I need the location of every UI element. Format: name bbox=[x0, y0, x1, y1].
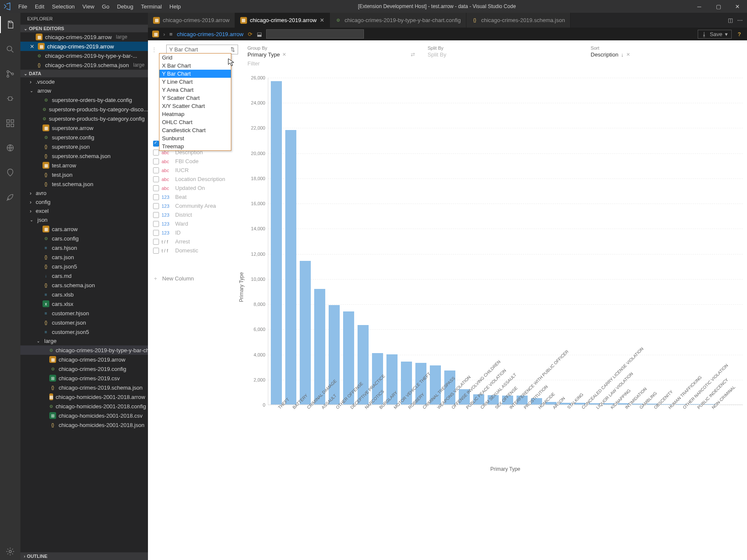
refresh-icon[interactable]: ⟳ bbox=[248, 31, 253, 37]
chart-type-option[interactable]: Y Line Chart bbox=[159, 78, 231, 86]
help-icon[interactable]: ? bbox=[736, 31, 743, 37]
editor-tab[interactable]: ▦chicago-crimes-2019.arrow✕ bbox=[235, 13, 330, 28]
field-row[interactable]: abcFBI Code bbox=[151, 157, 238, 166]
file-item[interactable]: {}customer.json bbox=[20, 318, 148, 327]
sort-pill[interactable]: Description ↓ ✕ bbox=[591, 51, 630, 58]
field-checkbox[interactable] bbox=[153, 239, 159, 245]
download-icon[interactable]: ⬓ bbox=[257, 31, 262, 37]
file-item[interactable]: ⚙cars.config bbox=[20, 234, 148, 243]
field-row[interactable]: abcIUCR bbox=[151, 166, 238, 175]
chart-type-option[interactable]: OHLC Chart bbox=[159, 118, 231, 126]
close-icon[interactable]: ✕ bbox=[30, 43, 34, 50]
source-control-icon[interactable] bbox=[0, 65, 20, 82]
menu-file[interactable]: File bbox=[15, 2, 31, 11]
field-row[interactable]: t / fDomestic bbox=[151, 246, 238, 255]
split-by-placeholder[interactable]: Split By bbox=[428, 51, 446, 58]
save-button[interactable]: ⭳ Save ▾ bbox=[698, 30, 732, 39]
breadcrumb-filter-input[interactable] bbox=[266, 29, 364, 39]
chart-type-option[interactable]: X/Y Scatter Chart bbox=[159, 102, 231, 110]
rocket-icon[interactable] bbox=[0, 189, 20, 206]
editor-tab[interactable]: {}chicago-crimes-2019.schema.json bbox=[466, 13, 571, 28]
menu-edit[interactable]: Edit bbox=[31, 2, 48, 11]
field-checkbox[interactable] bbox=[153, 221, 159, 227]
file-item[interactable]: {}cars.json bbox=[20, 252, 148, 262]
open-editors-header[interactable]: ⌄OPEN EDITORS bbox=[20, 25, 148, 32]
file-item[interactable]: {}cars.schema.json bbox=[20, 280, 148, 290]
file-item[interactable]: xcars.xlsx bbox=[20, 299, 148, 308]
file-item[interactable]: {}chicago-homicides-2001-2018.json bbox=[20, 420, 148, 430]
file-item[interactable]: ▦chicago-crimes-2019.arrow bbox=[20, 355, 148, 364]
bar[interactable] bbox=[329, 305, 340, 404]
field-checkbox[interactable] bbox=[153, 158, 159, 164]
editor-tab[interactable]: ▦chicago-crimes-2019.arrow bbox=[148, 13, 235, 28]
chart-type-option[interactable]: Grid bbox=[159, 54, 231, 62]
folder-item[interactable]: .vscode bbox=[20, 77, 148, 86]
minimize-button[interactable]: ─ bbox=[690, 0, 709, 13]
file-item[interactable]: {}superstore.json bbox=[20, 142, 148, 151]
menu-selection[interactable]: Selection bbox=[48, 2, 78, 11]
menu-debug[interactable]: Debug bbox=[114, 2, 136, 11]
file-item[interactable]: ▦superstore.arrow bbox=[20, 123, 148, 133]
field-row[interactable]: t / fArrest bbox=[151, 237, 238, 246]
field-checkbox[interactable] bbox=[153, 176, 159, 182]
chart-type-option[interactable]: Y Bar Chart bbox=[159, 70, 231, 78]
file-item[interactable]: ⚙chicago-homicides-2001-2018.config bbox=[20, 402, 148, 411]
field-row[interactable]: abcUpdated On bbox=[151, 184, 238, 192]
editor-tab[interactable]: ⚙chicago-crimes-2019-by-type-y-bar-chart… bbox=[330, 13, 466, 28]
chart-type-option[interactable]: Candlestick Chart bbox=[159, 126, 231, 134]
field-checkbox[interactable] bbox=[153, 212, 159, 218]
bar[interactable] bbox=[314, 289, 325, 404]
open-editor-item[interactable]: ✕▦chicago-crimes-2019.arrow bbox=[20, 42, 148, 51]
folder-item[interactable]: excel bbox=[20, 206, 148, 215]
folder-item[interactable]: json bbox=[20, 215, 148, 224]
folder-item[interactable]: large bbox=[20, 337, 148, 345]
menu-help[interactable]: Help bbox=[166, 2, 185, 11]
file-item[interactable]: {}test.json bbox=[20, 170, 148, 179]
new-column-button[interactable]: New Column bbox=[151, 272, 238, 282]
menu-terminal[interactable]: Terminal bbox=[137, 2, 165, 11]
close-icon[interactable]: ✕ bbox=[320, 17, 324, 23]
bar[interactable] bbox=[300, 261, 311, 404]
file-item[interactable]: {}test.schema.json bbox=[20, 179, 148, 189]
field-checkbox[interactable] bbox=[153, 230, 159, 236]
settings-gear-icon[interactable] bbox=[0, 543, 20, 560]
filter-placeholder[interactable]: Filter bbox=[241, 59, 747, 71]
open-editor-item[interactable]: ▦chicago-crimes-2019.arrowlarge bbox=[20, 32, 148, 42]
file-item[interactable]: ⚙superstore.config bbox=[20, 133, 148, 142]
close-button[interactable]: ✕ bbox=[728, 0, 747, 13]
field-row[interactable]: 123Ward bbox=[151, 219, 238, 228]
folder-item[interactable]: avro bbox=[20, 189, 148, 198]
chart-type-option[interactable]: Heatmap bbox=[159, 110, 231, 118]
liveshare-icon[interactable] bbox=[0, 164, 20, 181]
menu-go[interactable]: Go bbox=[99, 2, 113, 11]
file-item[interactable]: ▦test.arrow bbox=[20, 161, 148, 170]
file-item[interactable]: ↓cars.md bbox=[20, 271, 148, 280]
field-checkbox[interactable] bbox=[153, 194, 159, 200]
data-section-header[interactable]: ⌄DATA bbox=[20, 70, 148, 77]
field-row[interactable]: 123ID bbox=[151, 228, 238, 237]
more-actions-icon[interactable]: ⋯ bbox=[737, 17, 743, 23]
menu-view[interactable]: View bbox=[79, 2, 98, 11]
list-icon[interactable]: ≡ bbox=[169, 31, 173, 37]
env-icon[interactable] bbox=[0, 139, 20, 156]
field-row[interactable]: abcLocation Description bbox=[151, 175, 238, 184]
file-item[interactable]: ▦chicago-homicides-2001-2018.arrow bbox=[20, 392, 148, 402]
file-item[interactable]: ≡customer.hjson bbox=[20, 308, 148, 318]
chart-type-option[interactable]: X Bar Chart bbox=[159, 62, 231, 70]
chart-type-option[interactable]: Y Area Chart bbox=[159, 86, 231, 94]
folder-item[interactable]: config bbox=[20, 198, 148, 206]
file-item[interactable]: {}cars.json5 bbox=[20, 262, 148, 271]
group-by-pill[interactable]: Primary Type✕ bbox=[247, 51, 286, 58]
chart-type-option[interactable]: Sunburst bbox=[159, 134, 231, 142]
field-row[interactable]: 123District bbox=[151, 210, 238, 219]
swap-icon[interactable]: ⇄ bbox=[411, 45, 415, 58]
extensions-icon[interactable] bbox=[0, 115, 20, 132]
folder-item[interactable]: arrow bbox=[20, 86, 148, 95]
split-editor-icon[interactable]: ◫ bbox=[728, 17, 733, 23]
field-checkbox[interactable] bbox=[153, 185, 159, 191]
file-item[interactable]: ⚙superstore-products-by-category.config bbox=[20, 114, 148, 123]
search-icon[interactable] bbox=[0, 41, 20, 58]
field-checkbox[interactable] bbox=[153, 203, 159, 209]
file-item[interactable]: ⚙chicago-crimes-2019.config bbox=[20, 364, 148, 373]
chart-type-option[interactable]: Treemap bbox=[159, 142, 231, 150]
